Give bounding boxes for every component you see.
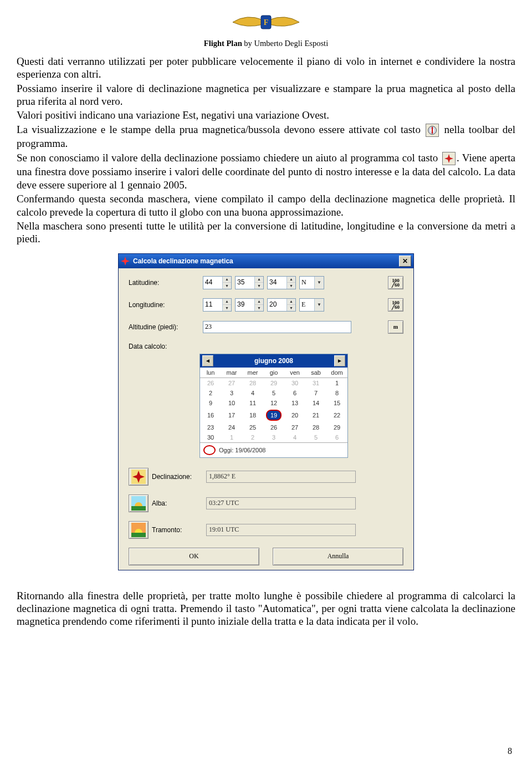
calendar-day[interactable]: 9 <box>200 398 221 408</box>
lat-hemi-dropdown[interactable]: ▼ <box>299 276 324 289</box>
altitude-input[interactable] <box>203 321 351 333</box>
calendar-day[interactable]: 30 <box>200 432 221 442</box>
sunset-label: Tramonto: <box>152 526 203 534</box>
declination-dialog: Calcola declinazione magnetica ✕ Latitud… <box>118 253 414 570</box>
paragraph: Nella maschera sono presenti tutte le ut… <box>17 220 515 246</box>
calendar-footer[interactable]: Oggi: 19/06/2008 <box>200 442 347 457</box>
calendar-day[interactable]: 30 <box>284 378 305 388</box>
calendar-dow: mer <box>242 368 263 378</box>
declination-helper-icon[interactable] <box>442 152 456 165</box>
lon-min-spinner[interactable]: ▲▼ <box>235 298 264 312</box>
calendar-day[interactable]: 14 <box>305 398 326 408</box>
longitude-label: Longitudine: <box>129 301 200 309</box>
sunrise-output: 03:27 UTC <box>206 497 356 509</box>
lat-deg-spinner[interactable]: ▲▼ <box>203 276 232 289</box>
calendar-day[interactable]: 1 <box>326 378 347 388</box>
lon-sec-spinner[interactable]: ▲▼ <box>267 298 296 312</box>
ok-button[interactable]: OK <box>129 548 259 565</box>
lon-min-input[interactable] <box>236 299 254 310</box>
calendar-day[interactable]: 25 <box>242 422 263 432</box>
lat-sec-input[interactable] <box>268 277 287 288</box>
lon-deg-input[interactable] <box>203 299 222 310</box>
lat-convert-fraction-button[interactable]: 100╱60 <box>388 276 403 289</box>
calendar-day[interactable]: 12 <box>263 398 284 408</box>
calendar-day[interactable]: 7 <box>305 388 326 398</box>
calendar-day[interactable]: 11 <box>242 398 263 408</box>
calendar-day[interactable]: 6 <box>326 432 347 442</box>
today-ring-icon <box>203 445 216 455</box>
calendar-dow: dom <box>326 368 347 378</box>
paragraph: Confermando questa seconda maschera, vie… <box>17 192 515 218</box>
compass-toggle-icon[interactable] <box>426 124 439 137</box>
paragraph: Questi dati verranno utilizzati per pote… <box>17 55 515 81</box>
calendar-day[interactable]: 17 <box>221 408 242 422</box>
calendar-day[interactable]: 29 <box>263 378 284 388</box>
close-button[interactable]: ✕ <box>399 256 411 267</box>
lon-deg-spinner[interactable]: ▲▼ <box>203 298 232 312</box>
calendar-day[interactable]: 1 <box>221 432 242 442</box>
calendar-day[interactable]: 13 <box>284 398 305 408</box>
calendar-day[interactable]: 31 <box>305 378 326 388</box>
declination-row: Declinazione: 1,8862° E <box>129 468 403 486</box>
calendar-day[interactable]: 10 <box>221 398 242 408</box>
lon-convert-fraction-button[interactable]: 100╱60 <box>388 298 403 312</box>
dialog-button-row: OK Annulla <box>129 548 403 565</box>
lat-min-input[interactable] <box>236 277 254 288</box>
calendar-dow: ven <box>284 368 305 378</box>
calendar[interactable]: ◄ giugno 2008 ► lunmarmergiovensabdom 26… <box>200 354 348 458</box>
lat-deg-input[interactable] <box>203 277 222 288</box>
latitude-label: Latitudine: <box>129 279 200 287</box>
calendar-day[interactable]: 28 <box>242 378 263 388</box>
calendar-day[interactable]: 29 <box>326 422 347 432</box>
lat-min-spinner[interactable]: ▲▼ <box>235 276 264 289</box>
lon-sec-input[interactable] <box>268 299 287 310</box>
calendar-day[interactable]: 16 <box>200 408 221 422</box>
calendar-day[interactable]: 27 <box>221 378 242 388</box>
paragraph-text: La visualizzazione e le stampe della pru… <box>17 124 424 135</box>
calendar-day[interactable]: 2 <box>242 432 263 442</box>
calendar-day[interactable]: 26 <box>200 378 221 388</box>
calendar-day[interactable]: 20 <box>284 408 305 422</box>
calendar-day[interactable]: 4 <box>284 432 305 442</box>
calendar-header: ◄ giugno 2008 ► <box>200 354 347 368</box>
calendar-day[interactable]: 24 <box>221 422 242 432</box>
calendar-day[interactable]: 18 <box>242 408 263 422</box>
page-number: 8 <box>508 746 512 756</box>
meters-convert-button[interactable]: m <box>388 320 403 334</box>
today-label: Oggi: 19/06/2008 <box>219 447 265 453</box>
svg-text:F: F <box>264 18 269 27</box>
calendar-day[interactable]: 3 <box>221 388 242 398</box>
calendar-day[interactable]: 3 <box>263 432 284 442</box>
paragraph-text: Se non conosciamo il valore della declin… <box>17 152 441 164</box>
down-arrow-icon: ▼ <box>223 283 231 289</box>
calendar-day[interactable]: 5 <box>263 388 284 398</box>
sunset-row: Tramonto: 19:01 UTC <box>129 521 403 539</box>
altitude-label: Altitudine (piedi): <box>129 323 200 331</box>
calendar-day[interactable]: 23 <box>200 422 221 432</box>
calendar-day[interactable]: 19 <box>263 408 284 422</box>
calendar-day[interactable]: 21 <box>305 408 326 422</box>
lat-sec-spinner[interactable]: ▲▼ <box>267 276 296 289</box>
date-label: Data calcolo: <box>129 343 200 350</box>
calendar-day[interactable]: 15 <box>326 398 347 408</box>
paragraph: La visualizzazione e le stampe della pru… <box>17 123 515 150</box>
calendar-day[interactable]: 4 <box>242 388 263 398</box>
calendar-day[interactable]: 26 <box>263 422 284 432</box>
calendar-day[interactable]: 2 <box>200 388 221 398</box>
calendar-day[interactable]: 6 <box>284 388 305 398</box>
calendar-day[interactable]: 5 <box>305 432 326 442</box>
calendar-day[interactable]: 8 <box>326 388 347 398</box>
calendar-day[interactable]: 22 <box>326 408 347 422</box>
lat-hemi-value[interactable] <box>300 277 314 289</box>
lon-hemi-dropdown[interactable]: ▼ <box>299 298 324 312</box>
dialog-title: Calcola declinazione magnetica <box>133 257 396 265</box>
calendar-day[interactable]: 27 <box>284 422 305 432</box>
paragraph: Se non conosciamo il valore della declin… <box>17 151 515 191</box>
calendar-prev-button[interactable]: ◄ <box>202 355 213 366</box>
declination-icon <box>129 468 149 486</box>
lon-hemi-value[interactable] <box>300 299 314 311</box>
header-title: Flight Plan by Umberto Degli Esposti <box>17 39 515 48</box>
calendar-day[interactable]: 28 <box>305 422 326 432</box>
cancel-button[interactable]: Annulla <box>273 548 403 565</box>
calendar-next-button[interactable]: ► <box>334 355 345 366</box>
